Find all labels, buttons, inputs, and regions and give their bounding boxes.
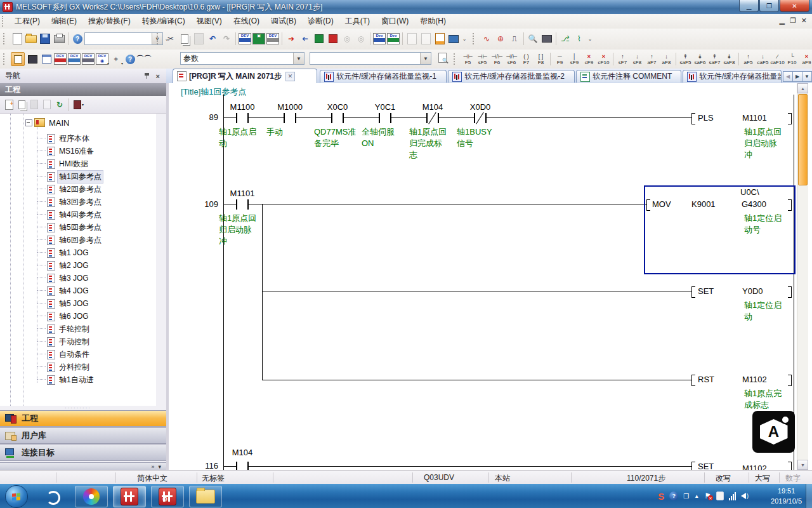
nav-copy-icon[interactable] — [16, 99, 27, 110]
device-write-icon[interactable]: DEV — [239, 32, 251, 45]
navigation-close-icon[interactable]: × — [156, 72, 160, 80]
paste-icon[interactable] — [192, 32, 205, 45]
ladder-line-delete-button[interactable]: ×aF9 — [799, 51, 812, 67]
device-display-icon[interactable]: DEV◉▾ — [96, 53, 108, 65]
tree-item-axis1-home[interactable]: 轴1回参考点 — [37, 171, 103, 182]
contact-nc[interactable] — [474, 113, 487, 123]
tree-item-axis1-jog[interactable]: 轴1 JOG — [37, 247, 90, 258]
help2-icon[interactable]: ? — [124, 53, 136, 65]
tab-device-comment[interactable]: 软元件注释 COMMENT — [576, 70, 681, 83]
nav-refresh-icon[interactable]: ↻ — [54, 99, 65, 110]
tree-item-axis3-home[interactable]: 轴3回参考点 — [37, 196, 103, 208]
ladder-vline-button[interactable]: │sF9 — [567, 51, 582, 67]
device-comment-icon[interactable]: DEV — [266, 32, 279, 45]
tab-scroll-right-icon[interactable]: ▶ — [792, 71, 802, 82]
find-in-document-icon[interactable]: 🔍 — [436, 51, 449, 64]
connection-destination-button[interactable]: 连接目标 — [0, 444, 166, 461]
safely-remove-icon[interactable] — [716, 491, 724, 500]
more-buttons-icon[interactable]: » — [151, 464, 154, 470]
instruction-op[interactable]: PLS — [698, 113, 714, 123]
instruction-operand[interactable]: M1102 — [742, 375, 767, 384]
open-file-icon[interactable] — [25, 32, 37, 45]
device-batch-monitor-icon[interactable]: DEV — [68, 53, 81, 65]
tab-list-icon[interactable]: ▼ — [802, 71, 812, 82]
copy-icon[interactable] — [178, 32, 191, 45]
ladder-closed-contact-button[interactable]: ⊣/⊢F6 — [490, 51, 504, 67]
menu-diagnostics[interactable]: 诊断(D) — [302, 14, 339, 29]
scroll-up-icon[interactable]: ▲ — [797, 83, 808, 93]
tree-item-axis6-jog[interactable]: 轴6 JOG — [37, 311, 90, 322]
screen-transfer-icon[interactable] — [540, 32, 553, 45]
tree-item-handwheel[interactable]: 手轮控制 — [37, 323, 91, 335]
ladder-pulse-ne-rise-button[interactable]: ↟saF5 — [678, 51, 693, 67]
tree-item-axis3-jog[interactable]: 轴3 JOG — [37, 272, 90, 284]
start-button[interactable] — [5, 485, 28, 508]
nav-paste-icon[interactable] — [29, 99, 40, 110]
device-display-2-icon[interactable]: Dev — [387, 32, 400, 45]
volume-icon[interactable]: ) — [741, 493, 749, 499]
nav-property-icon[interactable] — [41, 99, 53, 110]
tree-item-axis5-jog[interactable]: 轴5 JOG — [37, 298, 90, 309]
module-configuration-icon[interactable] — [26, 53, 39, 65]
print-icon[interactable] — [53, 32, 65, 45]
positioning-monitor-icon[interactable]: ⊕ — [494, 32, 507, 45]
ladder-delete-vline-button[interactable]: ×cF10 — [596, 51, 611, 67]
tree-item-main[interactable]: MAIN — [25, 117, 71, 128]
instruction-op[interactable]: SET — [698, 286, 714, 296]
tab-main-program[interactable]: [PRG]R 写入 MAIN 2071步 ✕ — [173, 69, 317, 83]
program-check-2-icon[interactable] — [419, 32, 432, 45]
tab-close-icon[interactable]: ✕ — [285, 72, 295, 81]
ladder-open-branch-button[interactable]: ⊣⊢sF5 — [475, 51, 490, 67]
output-window-icon[interactable] — [40, 53, 53, 65]
taskbar-clock[interactable]: 19:51 2019/10/5 — [771, 486, 802, 506]
ladder-open-contact-button[interactable]: ⊣⊢F5 — [461, 51, 475, 67]
combo-dropdown-icon[interactable]: ▼ — [293, 53, 304, 64]
program-check-1-icon[interactable] — [405, 32, 418, 45]
mdi-close-button[interactable]: ✕ — [801, 17, 807, 25]
ladder-scrollbar[interactable]: ▲ ▼ — [797, 83, 808, 470]
ladder-line-draw-button[interactable]: └F10 — [785, 51, 799, 67]
restore-button[interactable]: ❐ — [759, 0, 779, 12]
menu-project[interactable]: 工程(P) — [9, 14, 46, 29]
ladder-pulse-fall-button[interactable]: ↓sF8 — [630, 51, 645, 67]
cut-icon[interactable]: ✂ — [164, 32, 177, 45]
io-pulse-icon[interactable]: ⎍ — [508, 32, 521, 45]
ladder-instruction-button[interactable]: [ ]F8 — [534, 51, 548, 67]
help-tray-icon[interactable]: ? — [669, 491, 678, 500]
network-signal-icon[interactable] — [729, 492, 736, 500]
contact-no[interactable] — [331, 113, 344, 123]
undo-icon[interactable]: ↶ — [206, 32, 219, 45]
find-device-combo[interactable]: 参数▼ — [180, 52, 304, 65]
contact-no[interactable] — [284, 113, 296, 123]
ladder-pulse-ne-fall-button[interactable]: ↡saF6 — [693, 51, 707, 67]
new-file-icon[interactable] — [11, 32, 23, 45]
tree-item-axis6-home[interactable]: 轴6回参考点 — [37, 234, 103, 246]
minimize-button[interactable]: ▁ — [739, 0, 759, 12]
data-transfer-icon[interactable] — [433, 32, 446, 45]
instruction-op[interactable]: MOV — [652, 199, 671, 209]
mdi-restore-button[interactable]: ❐ — [790, 17, 796, 25]
contact-no[interactable] — [379, 113, 391, 123]
ladder-pulse-ne-fall-branch-button[interactable]: ↡saF8 — [722, 51, 737, 67]
ladder-rise-convert-button[interactable]: ↑aF5 — [741, 51, 756, 67]
instruction-operand[interactable]: Y0D0 — [742, 286, 763, 296]
help-icon[interactable]: ? — [71, 32, 84, 45]
ladder-coil-button[interactable]: ( )F7 — [519, 51, 534, 67]
redo-icon[interactable]: ↷ — [220, 32, 233, 45]
instruction-op[interactable]: SET — [698, 462, 714, 470]
find-device-monitor-icon[interactable]: 🔍 — [527, 32, 539, 45]
tree-item-manual[interactable]: 手动控制 — [37, 336, 91, 347]
toolbar-overflow-icon[interactable]: ⌄ — [461, 32, 468, 45]
tree-item-axis2-jog[interactable]: 轴2 JOG — [37, 260, 90, 271]
user-library-button[interactable]: 用户库 — [0, 427, 166, 444]
ladder-pulse-rise-button[interactable]: ↑sF7 — [615, 51, 630, 67]
intelligent-module-curve-icon[interactable]: ∿ — [480, 32, 493, 45]
scrollbar-thumb[interactable] — [798, 94, 808, 185]
taskbar-gxworks2-button[interactable] — [113, 486, 146, 507]
footer-dropdown-icon[interactable]: ▾ — [158, 464, 161, 470]
ladder-pulse-rise-branch-button[interactable]: ↑aF7 — [645, 51, 659, 67]
ladder-pulse-ne-rise-branch-button[interactable]: ↟saF7 — [707, 51, 722, 67]
tree-item-program-body[interactable]: 程序本体 — [37, 133, 91, 144]
sogou-tray-icon[interactable]: S — [658, 491, 664, 502]
menu-debug[interactable]: 调试(B) — [265, 14, 302, 29]
